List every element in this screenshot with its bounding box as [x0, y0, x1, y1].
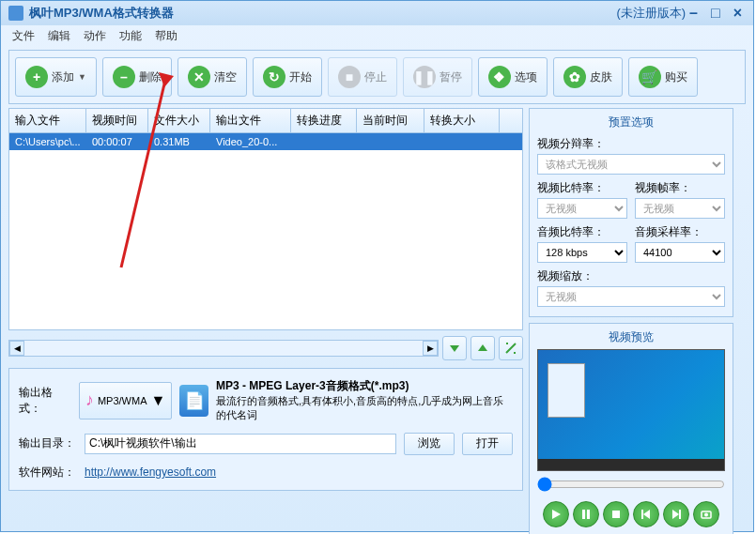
- app-icon: [8, 6, 23, 21]
- scroll-left-button[interactable]: ◀: [9, 341, 24, 356]
- close-button[interactable]: ×: [730, 5, 746, 22]
- svg-marker-10: [672, 510, 679, 519]
- video-res-select[interactable]: 该格式无视频: [537, 154, 725, 175]
- video-fps-select[interactable]: 无视频: [635, 198, 725, 219]
- output-dir-label: 输出目录：: [19, 435, 77, 451]
- toolbar: +添加▼ –删除 ✕清空 ↻开始 ■停止 ❚❚暂停 ❖选项 ✿皮肤 🛒购买: [8, 50, 746, 104]
- preview-title: 视频预览: [537, 329, 725, 345]
- preset-title: 预置选项: [537, 114, 725, 130]
- refresh-icon: ↻: [263, 66, 285, 88]
- video-zoom-label: 视频缩放：: [537, 268, 725, 284]
- svg-rect-6: [587, 510, 590, 519]
- table-row[interactable]: C:\Users\pc\... 00:00:07 0.31MB Video_20…: [9, 133, 522, 150]
- scroll-right-button[interactable]: ▶: [423, 341, 438, 356]
- output-format-label: 输出格式：: [19, 385, 71, 417]
- svg-rect-5: [582, 510, 585, 519]
- minimize-button[interactable]: –: [686, 5, 702, 22]
- menu-edit[interactable]: 编辑: [42, 26, 76, 46]
- open-button[interactable]: 打开: [462, 433, 513, 455]
- video-res-label: 视频分辩率：: [537, 136, 725, 152]
- svg-rect-9: [641, 510, 643, 519]
- video-bitrate-label: 视频比特率：: [537, 180, 627, 196]
- preview-panel: 视频预览: [529, 323, 733, 534]
- edit-button[interactable]: [499, 336, 523, 360]
- play-button[interactable]: [543, 501, 569, 527]
- stop-button: ■停止: [328, 57, 397, 97]
- app-window: 枫叶MP3/WMA格式转换器 (未注册版本) – □ × 文件 编辑 动作 功能…: [0, 0, 754, 532]
- file-list-panel: 输入文件 视频时间 文件大小 输出文件 转换进度 当前时间 转换大小 C:\Us…: [8, 108, 523, 330]
- format-desc-icon: 📄: [179, 385, 208, 417]
- skin-button[interactable]: ✿皮肤: [553, 57, 623, 97]
- add-button[interactable]: +添加▼: [15, 57, 97, 97]
- svg-marker-4: [552, 510, 561, 519]
- snapshot-button[interactable]: [693, 501, 719, 527]
- delete-button[interactable]: –删除: [102, 57, 172, 97]
- video-bitrate-select[interactable]: 无视频: [537, 198, 627, 219]
- music-icon: ♪: [85, 390, 94, 410]
- menu-help[interactable]: 帮助: [149, 26, 183, 46]
- svg-marker-3: [478, 344, 487, 351]
- audio-samplerate-select[interactable]: 44100: [635, 242, 725, 263]
- move-down-button[interactable]: [442, 336, 467, 360]
- output-dir-input[interactable]: [85, 434, 396, 454]
- video-zoom-select[interactable]: 无视频: [537, 286, 725, 307]
- table-body[interactable]: C:\Users\pc\... 00:00:07 0.31MB Video_20…: [9, 133, 522, 329]
- video-fps-label: 视频帧率：: [635, 180, 725, 196]
- svg-rect-7: [612, 511, 620, 518]
- version-note: (未注册版本): [616, 5, 686, 22]
- svg-point-13: [704, 513, 708, 517]
- seek-slider[interactable]: [537, 477, 725, 492]
- horizontal-scrollbar[interactable]: ◀ ▶: [8, 340, 439, 357]
- apple-icon: ✿: [563, 66, 586, 88]
- format-description: MP3 - MPEG Layer-3音频格式(*.mp3)最流行的音频格式,具有…: [216, 378, 513, 423]
- output-panel: 输出格式： ♪ MP3/WMA ▼ 📄 MP3 - MPEG Layer-3音频…: [8, 368, 523, 491]
- th-time[interactable]: 视频时间: [86, 109, 148, 132]
- th-curtime[interactable]: 当前时间: [357, 109, 424, 132]
- audio-bitrate-select[interactable]: 128 kbps: [537, 242, 627, 263]
- th-input[interactable]: 输入文件: [9, 109, 86, 132]
- menu-action[interactable]: 动作: [78, 26, 112, 46]
- clear-button[interactable]: ✕清空: [177, 57, 247, 97]
- plus-icon: +: [25, 66, 48, 88]
- prev-frame-button[interactable]: [633, 501, 659, 527]
- minus-icon: –: [113, 66, 135, 88]
- tools-icon: ❖: [488, 66, 511, 88]
- preset-panel: 预置选项 视频分辩率： 该格式无视频 视频比特率： 无视频 视频帧率： 无视频 …: [529, 108, 733, 317]
- pause-icon: ❚❚: [413, 66, 436, 88]
- menubar: 文件 编辑 动作 功能 帮助: [1, 25, 753, 46]
- maximize-button[interactable]: □: [707, 5, 724, 22]
- svg-rect-11: [679, 510, 681, 519]
- stop-preview-button[interactable]: [603, 501, 629, 527]
- next-frame-button[interactable]: [663, 501, 689, 527]
- audio-bitrate-label: 音频比特率：: [537, 224, 627, 240]
- options-button[interactable]: ❖选项: [478, 57, 548, 97]
- move-up-button[interactable]: [471, 336, 495, 360]
- output-format-select[interactable]: ♪ MP3/WMA ▼: [79, 382, 172, 420]
- svg-marker-2: [450, 345, 459, 352]
- menu-file[interactable]: 文件: [7, 26, 40, 46]
- chevron-down-icon: ▼: [78, 72, 86, 82]
- th-output[interactable]: 输出文件: [210, 109, 291, 132]
- cart-icon: 🛒: [639, 66, 661, 88]
- chevron-down-icon: ▼: [151, 392, 166, 409]
- app-title: 枫叶MP3/WMA格式转换器: [29, 5, 609, 22]
- start-button[interactable]: ↻开始: [253, 57, 322, 97]
- pause-preview-button[interactable]: [573, 501, 599, 527]
- titlebar: 枫叶MP3/WMA格式转换器 (未注册版本) – □ ×: [1, 1, 753, 25]
- svg-marker-8: [643, 510, 650, 519]
- buy-button[interactable]: 🛒购买: [628, 57, 698, 97]
- stop-icon: ■: [338, 66, 361, 88]
- th-convsize[interactable]: 转换大小: [424, 109, 500, 132]
- website-label: 软件网站：: [19, 465, 77, 481]
- browse-button[interactable]: 浏览: [404, 433, 455, 455]
- website-link[interactable]: http://www.fengyesoft.com: [85, 465, 216, 479]
- table-header: 输入文件 视频时间 文件大小 输出文件 转换进度 当前时间 转换大小: [9, 109, 522, 133]
- menu-function[interactable]: 功能: [114, 26, 147, 46]
- x-icon: ✕: [188, 66, 210, 88]
- pause-button: ❚❚暂停: [403, 57, 472, 97]
- preview-area: [537, 349, 725, 471]
- audio-samplerate-label: 音频采样率：: [635, 224, 725, 240]
- th-size[interactable]: 文件大小: [148, 109, 210, 132]
- th-progress[interactable]: 转换进度: [291, 109, 357, 132]
